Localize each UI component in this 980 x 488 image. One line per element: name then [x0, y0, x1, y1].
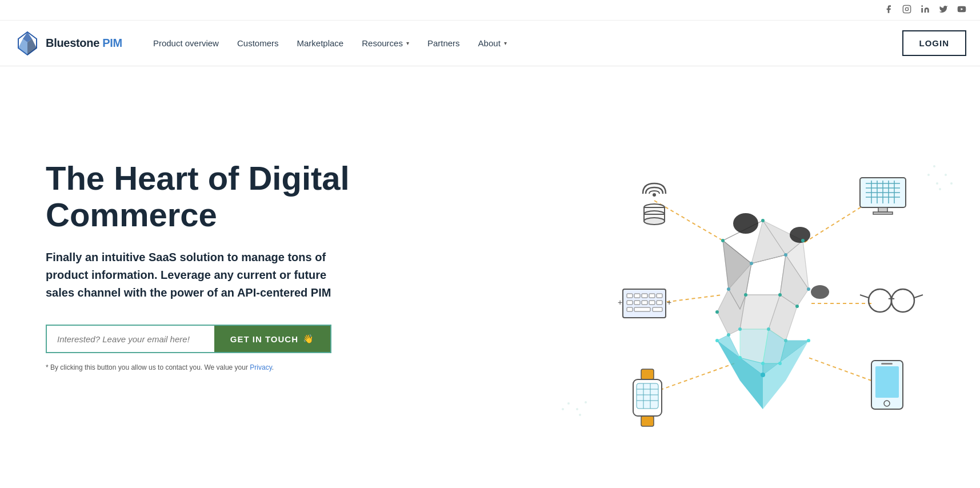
svg-point-58	[727, 333, 730, 337]
facebook-icon[interactable]	[884, 5, 893, 15]
svg-rect-91	[634, 301, 640, 305]
svg-point-2	[909, 7, 909, 7]
hero-section: The Heart of Digital Commerce Finally an…	[0, 66, 980, 455]
svg-rect-90	[627, 301, 633, 305]
svg-point-43	[790, 227, 810, 243]
svg-point-62	[778, 362, 782, 365]
heart-polygon	[715, 213, 829, 409]
svg-point-15	[567, 402, 570, 405]
svg-line-25	[809, 358, 871, 381]
svg-rect-86	[634, 294, 640, 298]
svg-point-49	[784, 253, 787, 257]
svg-point-100	[869, 289, 891, 312]
logo[interactable]: Bluestone PIM	[14, 30, 122, 57]
svg-rect-96	[634, 307, 650, 311]
svg-rect-94	[657, 301, 662, 305]
youtube-icon[interactable]	[957, 5, 966, 15]
svg-point-59	[784, 339, 787, 342]
svg-line-24	[654, 363, 734, 392]
svg-point-61	[761, 362, 765, 365]
nav-marketplace[interactable]: Marketplace	[289, 34, 352, 53]
svg-point-12	[933, 165, 935, 167]
twitter-icon[interactable]	[939, 5, 948, 15]
svg-point-56	[738, 327, 742, 331]
nav-about[interactable]: About ▾	[470, 34, 515, 53]
svg-rect-82	[878, 207, 887, 212]
privacy-note: * By clicking this button you allow us t…	[46, 362, 331, 373]
logo-text: Bluestone PIM	[46, 37, 122, 50]
svg-point-55	[795, 305, 799, 308]
svg-point-101	[891, 289, 914, 312]
svg-point-45	[761, 219, 765, 222]
svg-rect-0	[903, 5, 910, 13]
about-chevron-icon: ▾	[504, 40, 507, 46]
svg-point-1	[905, 7, 908, 10]
nav-partners[interactable]: Partners	[419, 34, 468, 53]
email-form: GET IN TOUCH 👋	[46, 325, 331, 353]
hero-content: The Heart of Digital Commerce Finally an…	[46, 160, 389, 373]
nav-resources[interactable]: Resources ▾	[354, 34, 417, 53]
svg-point-51	[807, 287, 810, 291]
login-button[interactable]: LOGIN	[902, 30, 967, 56]
svg-point-57	[767, 327, 770, 331]
email-input[interactable]	[47, 326, 214, 352]
svg-rect-97	[653, 307, 662, 311]
hero-illustration: + +	[389, 101, 946, 432]
svg-rect-117	[881, 363, 893, 365]
svg-rect-88	[649, 294, 655, 298]
resources-chevron-icon: ▾	[406, 40, 409, 46]
nav-product-overview[interactable]: Product overview	[145, 34, 227, 53]
svg-point-60	[738, 356, 742, 359]
get-in-touch-button[interactable]: GET IN TOUCH 👋	[214, 326, 330, 352]
svg-point-18	[562, 408, 564, 410]
svg-point-71	[644, 218, 665, 225]
svg-rect-115	[875, 366, 899, 398]
svg-point-65	[761, 373, 765, 377]
svg-point-44	[811, 285, 829, 299]
svg-text:+: +	[667, 298, 671, 307]
svg-point-46	[721, 239, 725, 242]
svg-point-3	[921, 5, 923, 7]
svg-point-50	[727, 287, 730, 291]
svg-rect-92	[642, 301, 647, 305]
linkedin-icon[interactable]	[921, 5, 930, 15]
hero-svg: + +	[540, 89, 969, 443]
svg-line-103	[860, 295, 869, 298]
svg-point-42	[733, 213, 758, 234]
svg-marker-32	[746, 255, 786, 295]
svg-point-11	[945, 174, 947, 176]
hero-title: The Heart of Digital Commerce	[46, 160, 389, 233]
svg-rect-93	[649, 301, 655, 305]
svg-rect-106	[641, 416, 654, 426]
svg-rect-105	[641, 369, 654, 379]
svg-point-63	[715, 339, 719, 342]
svg-point-54	[715, 310, 719, 314]
svg-point-19	[579, 414, 581, 416]
hero-subtitle: Finally an intuitive SaaS solution to ma…	[46, 249, 354, 302]
nav-customers[interactable]: Customers	[229, 34, 287, 53]
privacy-link[interactable]: Privacy	[250, 363, 271, 371]
navbar: Bluestone PIM Product overview Customers…	[0, 21, 980, 66]
svg-rect-85	[627, 294, 633, 298]
svg-point-10	[936, 182, 938, 185]
social-bar	[0, 0, 980, 21]
svg-point-48	[750, 262, 753, 265]
svg-point-47	[801, 239, 805, 242]
svg-point-9	[927, 174, 930, 176]
svg-rect-95	[627, 307, 633, 311]
svg-line-104	[914, 295, 923, 298]
logo-icon	[14, 30, 41, 57]
nav-links: Product overview Customers Marketplace R…	[145, 34, 902, 53]
instagram-icon[interactable]	[902, 5, 911, 15]
svg-point-17	[585, 401, 587, 403]
svg-rect-89	[657, 294, 662, 298]
svg-point-66	[653, 193, 656, 197]
svg-point-16	[576, 408, 578, 410]
svg-point-64	[807, 339, 810, 342]
svg-rect-83	[873, 212, 893, 214]
svg-point-14	[950, 182, 953, 185]
svg-point-13	[939, 188, 941, 190]
svg-rect-108	[637, 383, 658, 409]
svg-point-53	[778, 293, 782, 297]
svg-text:+: +	[618, 298, 622, 307]
